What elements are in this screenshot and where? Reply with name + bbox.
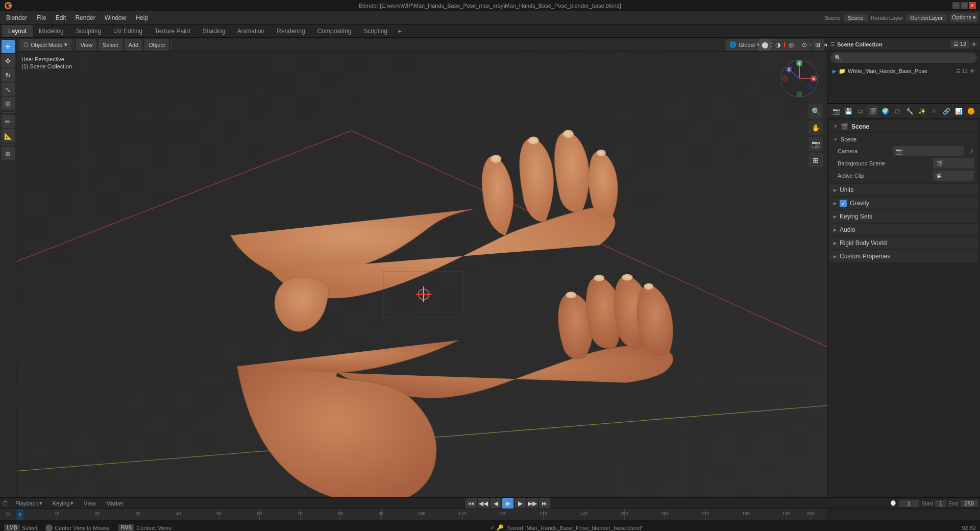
outliner-search-box[interactable]: 🔍 — [830, 53, 977, 63]
end-frame-input[interactable]: 250 — [961, 500, 978, 507]
prop-constraint-icon[interactable]: 🔗 — [941, 105, 952, 117]
tab-uv-editing[interactable]: UV Editing — [107, 25, 149, 37]
tab-compositing[interactable]: Compositing — [311, 25, 358, 37]
item-visibility-icon[interactable]: 👁 — [970, 68, 975, 74]
step-back-btn[interactable]: ◀ — [490, 498, 501, 509]
close-button[interactable]: ✕ — [969, 2, 976, 9]
add-workspace-button[interactable]: + — [394, 25, 406, 37]
menu-blender[interactable]: Blender — [2, 13, 31, 22]
playback-menu[interactable]: Playback ▾ — [12, 499, 45, 508]
select-label: Select — [103, 42, 118, 48]
minimize-button[interactable]: ─ — [952, 2, 960, 9]
cursor-tool-button[interactable]: ✛ — [2, 40, 15, 53]
tab-texture-paint[interactable]: Texture Paint — [149, 25, 197, 37]
scene-section-header[interactable]: ▼ 🎬 Scene — [829, 120, 978, 133]
prop-object-icon[interactable]: ⬡ — [892, 105, 903, 117]
menu-window[interactable]: Window — [101, 13, 131, 22]
maximize-button[interactable]: □ — [961, 2, 968, 9]
background-scene-value[interactable]: 🎬 — [933, 158, 974, 168]
prop-world-icon[interactable]: 🌍 — [879, 105, 891, 117]
current-frame-input[interactable]: 1 — [899, 500, 919, 507]
viewport-shading-solid[interactable]: ⬤ — [758, 39, 771, 51]
prop-particles-icon[interactable]: ✨ — [917, 105, 928, 117]
options-menu[interactable]: Options ▾ — [950, 13, 978, 22]
outliner-eye-icon[interactable]: 👁 — [971, 41, 977, 47]
prop-render-icon[interactable]: 📷 — [830, 105, 842, 117]
navigation-gizmo[interactable]: Y X Z — [779, 58, 820, 99]
measure-tool-button[interactable]: 📐 — [2, 129, 15, 142]
frame-track[interactable]: 1 10 20 30 40 50 60 70 80 90 100 110 120… — [16, 509, 827, 520]
frame-tick-140: 140 — [584, 509, 584, 520]
prop-scene-icon[interactable]: 🎬 — [867, 105, 878, 117]
prop-data-icon[interactable]: 📊 — [953, 105, 965, 117]
renderlayer-selector[interactable]: RenderLayer — [906, 14, 947, 21]
outliner-item-collection[interactable]: ▶ 📁 White_Man_Hands_Base_Pose ☰ 12 👁 — [829, 65, 978, 77]
frame-label-130: 130 — [540, 511, 547, 516]
add-primitive-button[interactable]: ⊕ — [2, 147, 15, 160]
gravity-checkbox[interactable]: ✓ — [840, 200, 847, 207]
menu-file[interactable]: File — [32, 13, 50, 22]
keying-menu[interactable]: Keying ▾ — [50, 499, 77, 508]
keying-sets-header[interactable]: ▶ Keying Sets — [829, 210, 978, 223]
units-section-header[interactable]: ▶ Units — [829, 184, 978, 196]
active-clip-value[interactable]: 📽 — [933, 171, 974, 181]
prop-modifier-icon[interactable]: 🔧 — [904, 105, 915, 117]
next-keyframe-btn[interactable]: ▶▶ — [527, 498, 538, 509]
camera-value[interactable]: 📷 — [893, 146, 964, 156]
view-menu[interactable]: View — [81, 499, 99, 508]
play-btn[interactable]: ▶ — [502, 498, 513, 509]
annotate-tool-button[interactable]: ✏ — [2, 115, 15, 128]
toolbar-divider-1 — [3, 112, 14, 113]
tab-shading[interactable]: Shading — [197, 25, 231, 37]
marker-menu[interactable]: Marker — [103, 499, 127, 508]
version-info: 92.82 — [962, 525, 976, 531]
viewport-3d[interactable]: ⬡ Object Mode ▾ View Select Add Object 🌐… — [16, 38, 827, 497]
scene-sub-triangle: ▼ — [834, 137, 838, 142]
custom-props-header[interactable]: ▶ Custom Properties — [829, 250, 978, 262]
tab-scripting[interactable]: Scripting — [357, 25, 394, 37]
tab-animation[interactable]: Animation — [231, 25, 271, 37]
view-menu[interactable]: View — [76, 39, 96, 51]
step-fwd-btn[interactable]: ▶ — [514, 498, 526, 509]
select-menu[interactable]: Select — [99, 39, 122, 51]
view-label-timeline: View — [84, 500, 96, 506]
camera-view-icon[interactable]: 📷 — [808, 137, 823, 151]
toolbar-divider-2 — [3, 144, 14, 145]
scene-selector[interactable]: Scene — [844, 14, 868, 21]
viewport-shading-render[interactable]: ◎ — [785, 39, 797, 51]
menu-help[interactable]: Help — [131, 13, 152, 22]
hand-tool-icon[interactable]: ✋ — [808, 120, 823, 135]
prop-material-icon[interactable]: 🟠 — [966, 105, 977, 117]
gravity-section-header[interactable]: ▶ ✓ Gravity — [829, 197, 978, 209]
tab-modeling[interactable]: Modeling — [33, 25, 70, 37]
rotate-tool-button[interactable]: ↻ — [2, 68, 15, 82]
gizmo-toggle[interactable]: ⊞ — [812, 39, 824, 51]
frame-tick-40: 40 — [179, 509, 179, 520]
start-frame-input[interactable]: 1 — [935, 500, 946, 507]
mode-selector[interactable]: ⬡ Object Mode ▾ — [19, 39, 71, 51]
prop-physics-icon[interactable]: ⚛ — [929, 105, 940, 117]
camera-link-icon[interactable]: ↗ — [969, 148, 974, 155]
viewport-shading-material[interactable]: ◑ — [772, 39, 784, 51]
rigid-body-header[interactable]: ▶ Rigid Body World — [829, 237, 978, 249]
jump-to-end-btn[interactable]: ⏭ — [539, 498, 550, 509]
tab-sculpting[interactable]: Sculpting — [70, 25, 107, 37]
viewport-overlay-toggle[interactable]: ⊙ — [798, 39, 811, 51]
prev-keyframe-btn[interactable]: ◀◀ — [478, 498, 489, 509]
tab-layout[interactable]: Layout — [2, 25, 33, 37]
quad-view-icon[interactable]: ⊞ — [808, 153, 823, 167]
scale-tool-button[interactable]: ⤡ — [2, 83, 15, 96]
prop-view-layer-icon[interactable]: 🗂 — [855, 105, 866, 117]
add-menu[interactable]: Add — [125, 39, 143, 51]
jump-to-start-btn[interactable]: ⏮ — [465, 498, 477, 509]
menu-edit[interactable]: Edit — [52, 13, 70, 22]
prop-output-icon[interactable]: 💾 — [843, 105, 854, 117]
object-menu[interactable]: Object — [144, 39, 169, 51]
audio-section-header[interactable]: ▶ Audio — [829, 224, 978, 236]
move-tool-button[interactable]: ✥ — [2, 54, 15, 67]
frame-track-area[interactable]: ⏱ 1 10 20 30 40 50 60 70 80 90 100 110 1… — [0, 509, 980, 520]
transform-tool-button[interactable]: ⊞ — [2, 97, 15, 110]
tab-rendering[interactable]: Rendering — [271, 25, 311, 37]
menu-render[interactable]: Render — [71, 13, 99, 22]
zoom-icon[interactable]: 🔍 — [808, 104, 823, 118]
